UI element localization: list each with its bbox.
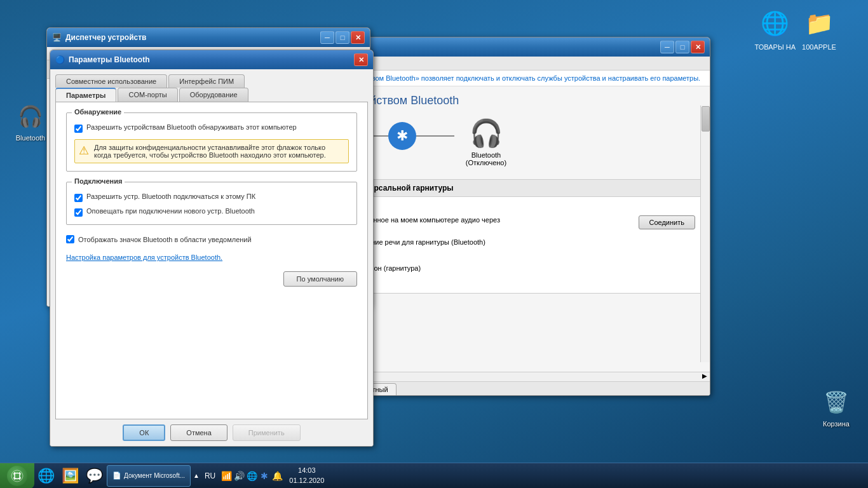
bt-warning-box: ⚠ Для защиты конфиденциальности устанавл… [74, 139, 349, 163]
tray-lang[interactable]: RU [201, 471, 219, 480]
bp-minimize-btn[interactable]: ─ [660, 41, 674, 53]
start-button[interactable] [0, 463, 34, 489]
bt-device-sub: (Отключено) [466, 159, 506, 166]
bt-notifications-label: Отображать значок Bluetooth в области ув… [78, 236, 252, 243]
bt-tab-shared[interactable]: Совместное использование [55, 74, 167, 88]
bluetooth-panel-controls: ─ □ ✕ [660, 41, 705, 53]
bt-hscroll-right[interactable]: ▶ [700, 372, 710, 381]
tray-date: 01.12.2020 [289, 476, 324, 485]
taskbar-document[interactable]: 📄 Документ Microsoft... [107, 465, 191, 487]
bt-params-link[interactable]: Настройка параметров для устройств Bluet… [66, 254, 357, 261]
bt-apply-btn: Применить [233, 424, 301, 441]
folder-label: 100APPLE [802, 43, 836, 51]
device-manager-icon: 🖥️ [52, 33, 62, 42]
bt-params-body: Совместное использование Интерфейс ПИМ П… [50, 69, 373, 446]
bt-params-tabs-row2: Параметры COM-порты Оборудование [55, 88, 368, 102]
bt-params-content: Обнаружение Разрешить устройствам Blueto… [55, 102, 368, 419]
tray-network-icon[interactable]: 📶 [220, 470, 232, 482]
bt-params-controls: ✕ [354, 53, 368, 66]
bt-conn-checkbox2-row: Оповещать при подключении нового устр. B… [74, 207, 349, 217]
bp-maximize-btn[interactable]: □ [675, 41, 689, 53]
globe-icon: 🌐 [758, 6, 792, 41]
dm-maximize-btn[interactable]: □ [336, 31, 349, 44]
globe-label: ТОВАРЫ НА [754, 43, 796, 51]
bt-params-tabs-row1: Совместное использование Интерфейс ПИМ [55, 74, 368, 88]
desktop: 🌐 ТОВАРЫ НА 📁 100APPLE 🎧 Bluetooth 🗑️ Ко… [0, 0, 868, 488]
bt-conn-checkbox2[interactable] [74, 208, 83, 217]
taskbar: 🌐 🖼️ 💬 📄 Документ Microsoft... ▲ RU 📶 🔊 … [0, 463, 868, 488]
system-tray: ▲ RU 📶 🔊 🌐 ✱ 🔔 14:03 01.12.2020 [191, 463, 332, 488]
bt-params-dialog-icon: 🔵 [55, 55, 65, 64]
device-manager-titlebar[interactable]: 🖥️ Диспетчер устройств ─ □ ✕ [47, 28, 370, 47]
bt-conn-label2: Оповещать при подключении нового устр. B… [86, 207, 255, 215]
bt-params-dialog-title: Параметры Bluetooth [69, 55, 149, 64]
bt-connections-title: Подключения [72, 177, 125, 185]
taskbar-document-icon: 📄 [112, 471, 121, 480]
device-manager-title: Диспетчер устройств [65, 33, 146, 42]
taskbar-paint[interactable]: 🖼️ [58, 464, 81, 487]
bt-conn-label1: Разрешить устр. Bluetooth подключаться к… [86, 193, 255, 200]
bt-warning-text: Для защиты конфиденциальности устанавлив… [94, 144, 344, 159]
tray-clock[interactable]: 14:03 01.12.2020 [284, 466, 329, 485]
folder-icon: 📁 [802, 6, 836, 41]
bp-close-btn[interactable]: ✕ [691, 41, 705, 53]
tray-notify-icon[interactable]: 🔔 [271, 470, 283, 482]
dm-minimize-btn[interactable]: ─ [320, 31, 334, 44]
bt-conn-checkbox1[interactable] [74, 194, 83, 202]
bt-notifications-checkbox[interactable] [66, 235, 74, 243]
headset-label: Bluetooth [16, 134, 45, 142]
svg-point-0 [11, 470, 23, 482]
bt-notifications-row: Отображать значок Bluetooth в области ув… [66, 235, 357, 243]
bt-center-icon: ✱ [388, 122, 416, 150]
bt-connections-section: Подключения Разрешить устр. Bluetooth по… [66, 182, 357, 225]
bt-scrollbar-thumb[interactable] [702, 106, 710, 132]
bt-panel-scrollbar[interactable] [700, 105, 710, 362]
headset-desktop-icon: 🎧 [15, 101, 46, 132]
tray-globe-icon[interactable]: 🌐 [246, 470, 257, 482]
taskbar-chrome[interactable]: 🌐 [34, 464, 57, 487]
tray-expand-btn[interactable]: ▲ [193, 472, 200, 479]
tray-time: 14:03 [298, 466, 316, 475]
bt-default-btn[interactable]: По умолчанию [283, 271, 357, 287]
bt-discovery-section: Обнаружение Разрешить устройствам Blueto… [66, 112, 357, 172]
warning-icon: ⚠ [79, 144, 89, 158]
bt-connector-right [416, 135, 454, 137]
top-right-desktop-icons: 🌐 ТОВАРЫ НА 📁 100APPLE [754, 6, 836, 51]
desktop-icon-recycle[interactable]: 🗑️ Корзина [811, 384, 862, 431]
bt-tab-pim[interactable]: Интерфейс ПИМ [168, 74, 245, 88]
bt-ok-btn[interactable]: ОК [123, 424, 165, 441]
bt-connect-btn[interactable]: Соединить [639, 215, 696, 229]
bt-cancel-btn[interactable]: Отмена [170, 424, 227, 441]
bt-tab-hardware[interactable]: Оборудование [179, 88, 248, 102]
bt-headset-icon: 🎧 [470, 118, 503, 149]
bt-discovery-title: Обнаружение [72, 108, 124, 116]
tray-bluetooth-icon[interactable]: ✱ [259, 470, 270, 482]
bt-discover-label: Разрешить устройствам Bluetooth обнаружи… [86, 123, 297, 131]
recycle-icon: 🗑️ [821, 387, 851, 417]
bt-headset-device: 🎧 Bluetooth (Отключено) [454, 118, 518, 166]
desktop-icon-folder[interactable]: 📁 100APPLE [802, 6, 836, 51]
taskbar-document-label: Документ Microsoft... [124, 472, 185, 479]
bt-conn-checkbox1-row: Разрешить устр. Bluetooth подключаться к… [74, 193, 349, 202]
bt-discover-checkbox[interactable] [74, 125, 83, 133]
bluetooth-params-dialog: 🔵 Параметры Bluetooth ✕ Совместное испол… [50, 50, 374, 447]
device-manager-controls: ─ □ ✕ [320, 31, 365, 44]
taskbar-apps: 🌐 🖼️ 💬 📄 Документ Microsoft... [34, 463, 191, 488]
bt-tab-params[interactable]: Параметры [55, 88, 116, 102]
bt-tab-com[interactable]: COM-порты [118, 88, 177, 102]
bt-params-close-btn[interactable]: ✕ [354, 53, 368, 66]
start-orb-icon [7, 466, 27, 486]
bt-params-footer: ОК Отмена Применить [55, 419, 368, 441]
desktop-icon-globe[interactable]: 🌐 ТОВАРЫ НА [754, 6, 796, 51]
bt-params-titlebar[interactable]: 🔵 Параметры Bluetooth ✕ [50, 50, 373, 69]
tray-volume-icon[interactable]: 🔊 [233, 470, 245, 482]
bt-default-btn-row: По умолчанию [66, 271, 357, 287]
bt-discover-checkbox-row: Разрешить устройствам Bluetooth обнаружи… [74, 123, 349, 133]
dm-close-btn[interactable]: ✕ [351, 31, 365, 44]
taskbar-whatsapp[interactable]: 💬 [83, 464, 105, 487]
bt-device-name: Bluetooth [471, 151, 501, 159]
recycle-label: Корзина [823, 420, 850, 428]
